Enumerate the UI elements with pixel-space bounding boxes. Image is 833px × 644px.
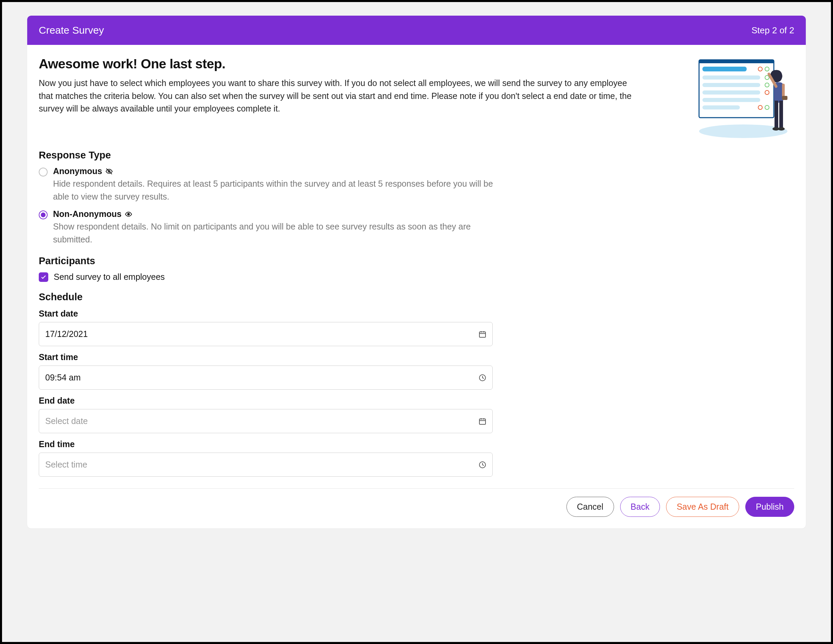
all-employees-checkbox[interactable]: [39, 272, 48, 282]
survey-card: Create Survey Step 2 of 2 Awesome work! …: [27, 16, 806, 528]
intro-body: Now you just have to select which employ…: [39, 77, 637, 115]
intro-row: Awesome work! One last step. Now you jus…: [39, 56, 794, 139]
calendar-icon[interactable]: [478, 330, 487, 338]
end-time-label: End time: [39, 439, 794, 449]
start-date-label: Start date: [39, 309, 794, 319]
radio-non-anonymous-label-row: Non-Anonymous: [53, 209, 494, 219]
clock-icon[interactable]: [478, 374, 487, 382]
start-date-wrap: [39, 322, 493, 346]
svg-point-22: [778, 127, 785, 130]
svg-rect-18: [779, 101, 783, 128]
eye-off-icon: [105, 167, 113, 175]
svg-rect-10: [703, 90, 760, 95]
participants-title: Participants: [39, 255, 794, 267]
page-title: Create Survey: [39, 24, 104, 36]
radio-non-anonymous-label: Non-Anonymous: [53, 209, 121, 219]
footer-buttons: Cancel Back Save As Draft Publish: [39, 497, 794, 520]
check-icon: [40, 274, 47, 280]
survey-illustration: [692, 56, 794, 139]
publish-button[interactable]: Publish: [745, 497, 794, 517]
intro-text: Awesome work! One last step. Now you jus…: [39, 56, 685, 115]
svg-rect-6: [703, 76, 760, 80]
svg-rect-8: [703, 83, 760, 87]
radio-anonymous-label: Anonymous: [53, 166, 102, 176]
end-date-label: End date: [39, 396, 794, 406]
svg-point-26: [128, 213, 130, 215]
radio-non-anonymous[interactable]: Non-Anonymous Show respondent details. N…: [39, 209, 494, 246]
clock-icon[interactable]: [478, 461, 487, 469]
radio-anonymous[interactable]: Anonymous Hide respondent details. Requi…: [39, 166, 494, 203]
radio-non-anonymous-content: Non-Anonymous Show respondent details. N…: [53, 209, 494, 246]
radio-anonymous-input[interactable]: [39, 167, 48, 177]
radio-anonymous-desc: Hide respondent details. Requires at lea…: [53, 177, 494, 203]
svg-line-40: [482, 465, 484, 465]
response-type-title: Response Type: [39, 150, 794, 161]
end-date-wrap: [39, 409, 493, 433]
save-draft-button[interactable]: Save As Draft: [666, 497, 739, 517]
page-body: Awesome work! One last step. Now you jus…: [27, 45, 806, 528]
svg-point-0: [699, 124, 788, 138]
radio-anonymous-label-row: Anonymous: [53, 166, 494, 176]
end-date-input[interactable]: [39, 409, 493, 433]
radio-non-anonymous-desc: Show respondent details. No limit on par…: [53, 221, 494, 246]
svg-rect-12: [703, 98, 760, 102]
back-button[interactable]: Back: [620, 497, 660, 517]
step-indicator: Step 2 of 2: [751, 25, 794, 36]
all-employees-row[interactable]: Send survey to all employees: [39, 272, 794, 282]
svg-rect-23: [782, 96, 788, 100]
start-time-label: Start time: [39, 352, 794, 362]
eye-icon: [125, 211, 132, 218]
start-date-input[interactable]: [39, 322, 493, 346]
schedule-title: Schedule: [39, 291, 794, 303]
svg-line-33: [482, 378, 484, 378]
end-time-input[interactable]: [39, 452, 493, 477]
svg-rect-20: [782, 84, 785, 97]
end-time-wrap: [39, 452, 493, 477]
svg-rect-27: [479, 332, 486, 337]
svg-rect-3: [703, 67, 747, 71]
svg-rect-13: [703, 105, 740, 109]
svg-rect-2: [699, 60, 774, 63]
start-time-input[interactable]: [39, 365, 493, 390]
radio-anonymous-content: Anonymous Hide respondent details. Requi…: [53, 166, 494, 203]
cancel-button[interactable]: Cancel: [566, 497, 614, 517]
svg-rect-34: [479, 419, 486, 424]
radio-non-anonymous-input[interactable]: [39, 211, 48, 219]
page-header: Create Survey Step 2 of 2: [27, 16, 806, 45]
intro-heading: Awesome work! One last step.: [39, 56, 685, 71]
calendar-icon[interactable]: [478, 417, 487, 425]
svg-rect-17: [775, 101, 778, 128]
start-time-wrap: [39, 365, 493, 390]
footer-divider: [39, 488, 794, 489]
all-employees-label: Send survey to all employees: [54, 272, 165, 282]
